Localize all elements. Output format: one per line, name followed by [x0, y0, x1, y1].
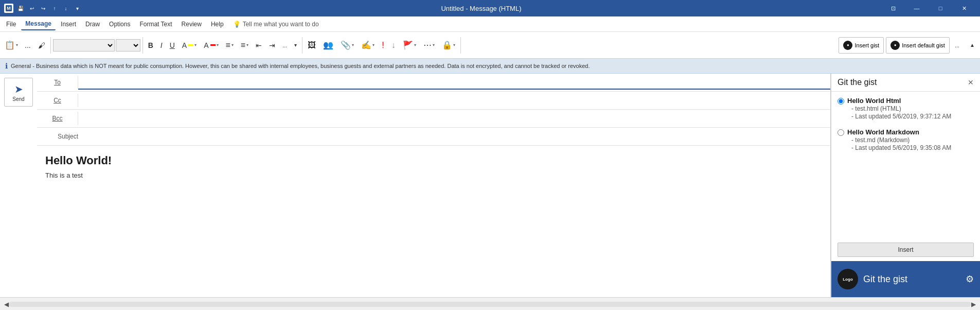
gist-logo-icon-2: ● [890, 41, 900, 50]
gist-name-1: Hello World Html [847, 97, 951, 105]
cc-input[interactable] [78, 94, 830, 107]
gist-date-2: - Last updated 5/6/2019, 9:35:08 AM [847, 144, 951, 151]
menu-options[interactable]: Options [105, 19, 134, 30]
insert-default-gist-label: Insert default gist [902, 42, 945, 48]
git-panel-title: Git the gist [838, 78, 877, 87]
more-qat-btn[interactable]: ▾ [73, 4, 81, 12]
attach-file-btn[interactable]: 📎▾ [337, 36, 357, 55]
scroll-left-btn[interactable]: ◀ [4, 301, 9, 308]
gist-item-1: Hello World Html - test.html (HTML) - La… [838, 97, 974, 120]
format-painter-btn[interactable]: 🖌 [35, 36, 48, 55]
menu-draw[interactable]: Draw [81, 19, 104, 30]
send-button[interactable]: ➤ Send [4, 78, 33, 107]
cc-label: Cc [37, 94, 78, 107]
info-text: General - Business data which is NOT mea… [11, 63, 590, 69]
highlight-btn[interactable]: A▾ [179, 36, 200, 55]
subject-row: Subject [37, 128, 830, 146]
footer-logo-text: Logo [843, 277, 853, 282]
gist-info-2: Hello World Markdown - test.md (Markdown… [847, 128, 951, 151]
to-label: To [37, 76, 78, 89]
ribbon-collapse-btn[interactable]: ▲ [967, 36, 978, 55]
status-scroll-track[interactable] [9, 302, 971, 307]
bcc-input[interactable] [78, 112, 830, 125]
ribbon: 📋▾ ... 🖌 B I U A▾ A▾ ≡▾ ≡▾ ⇤ ⇥ ... ▾ 🖼 👥… [0, 32, 980, 59]
italic-btn[interactable]: I [157, 36, 166, 55]
decrease-indent-btn[interactable]: ⇤ [253, 36, 265, 55]
window-controls: ⊡ — □ ✕ [881, 0, 976, 16]
font-color-btn[interactable]: A▾ [201, 36, 221, 55]
git-panel-header: Git the gist ✕ [831, 74, 980, 92]
underline-btn[interactable]: U [167, 36, 178, 55]
more-formatting-btn[interactable]: ... [279, 36, 290, 55]
insert-people-btn[interactable]: 👥 [320, 36, 336, 55]
close-window-btn[interactable]: ✕ [952, 0, 976, 16]
panel-insert-btn[interactable]: Insert [838, 243, 974, 257]
ribbon-sep-3 [302, 37, 302, 54]
tell-me-text: Tell me what you want to do [243, 21, 319, 28]
insert-picture-btn[interactable]: 🖼 [305, 36, 319, 55]
follow-up-btn[interactable]: 🚩▾ [400, 36, 419, 55]
undo-btn[interactable]: ↩ [28, 4, 36, 12]
git-panel-content: Hello World Html - test.html (HTML) - La… [831, 92, 980, 238]
font-name-selector[interactable] [53, 39, 115, 51]
ribbon-more-btn[interactable]: ... [952, 36, 963, 55]
paste-btn[interactable]: 📋▾ [2, 36, 21, 55]
menu-insert[interactable]: Insert [57, 19, 80, 30]
git-panel: Git the gist ✕ Hello World Html - test.h… [831, 74, 980, 297]
menu-format-text[interactable]: Format Text [135, 19, 176, 30]
tell-me-field[interactable]: 💡 Tell me what you want to do [233, 21, 319, 28]
gist-date-1: - Last updated 5/6/2019, 9:37:12 AM [847, 113, 951, 120]
gist-item-2: Hello World Markdown - test.md (Markdown… [838, 128, 974, 151]
to-input[interactable] [78, 75, 830, 90]
menu-message[interactable]: Message [21, 18, 56, 30]
info-bar: ℹ General - Business data which is NOT m… [0, 59, 980, 74]
horizontal-scrollbar[interactable] [9, 302, 971, 307]
send-section: ➤ Send [0, 74, 37, 297]
more-insert-btn[interactable]: ⋯▾ [420, 36, 438, 55]
bold-btn[interactable]: B [145, 36, 156, 55]
gear-icon[interactable]: ⚙ [966, 273, 974, 285]
menu-help[interactable]: Help [207, 19, 228, 30]
numbering-btn[interactable]: ≡▾ [238, 36, 252, 55]
gist-name-2: Hello World Markdown [847, 128, 951, 136]
main-layout: ➤ Send To Cc Bcc Subject Hello World! Th… [0, 74, 980, 297]
close-panel-btn[interactable]: ✕ [968, 78, 974, 87]
gist-radio-2: Hello World Markdown - test.md (Markdown… [838, 128, 974, 151]
info-icon: ℹ [5, 62, 8, 70]
cut-btn[interactable]: ... [22, 36, 34, 55]
gist-radio-input-1[interactable] [838, 98, 844, 105]
restore-window-btn[interactable]: ⊡ [881, 0, 905, 16]
insert-default-gist-btn[interactable]: ● Insert default gist [886, 37, 950, 54]
ribbon-right: ● Insert gist ● Insert default gist ... … [839, 36, 978, 55]
signature-btn[interactable]: ✍▾ [358, 36, 378, 55]
app-icon: M [4, 4, 13, 13]
expand-ribbon-btn[interactable]: ▾ [291, 36, 300, 55]
low-importance-btn[interactable]: ↓ [388, 36, 399, 55]
ribbon-sep-2 [142, 37, 143, 54]
ribbon-sep-1 [50, 37, 51, 54]
sensitivity-btn[interactable]: 🔒▾ [439, 36, 458, 55]
menu-bar: File Message Insert Draw Options Format … [0, 16, 980, 32]
menu-file[interactable]: File [2, 19, 20, 30]
save-toolbar-btn[interactable]: 💾 [16, 4, 25, 12]
body-heading: Hello World! [45, 154, 822, 167]
redo-btn[interactable]: ↪ [39, 4, 47, 12]
high-importance-btn[interactable]: ! [379, 36, 387, 55]
bullets-btn[interactable]: ≡▾ [223, 36, 237, 55]
compose-body[interactable]: Hello World! This is a test [37, 146, 830, 297]
gist-radio-input-2[interactable] [838, 129, 844, 136]
bcc-label: Bcc [37, 112, 78, 125]
ribbon-sep-4 [460, 37, 461, 54]
scroll-right-btn[interactable]: ▶ [971, 301, 976, 308]
upload-btn[interactable]: ↑ [50, 4, 59, 12]
download-btn[interactable]: ↓ [62, 4, 70, 12]
minimize-window-btn[interactable]: — [905, 0, 929, 16]
increase-indent-btn[interactable]: ⇥ [266, 36, 278, 55]
body-text: This is a test [45, 171, 822, 179]
maximize-window-btn[interactable]: □ [929, 0, 952, 16]
subject-label: Subject [47, 133, 88, 140]
insert-gist-btn[interactable]: ● Insert gist [839, 37, 884, 54]
gist-file-2: - test.md (Markdown) [847, 136, 951, 144]
font-size-selector[interactable] [116, 39, 140, 51]
menu-review[interactable]: Review [177, 19, 206, 30]
